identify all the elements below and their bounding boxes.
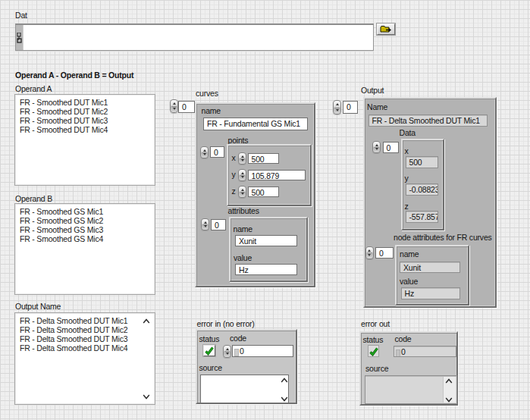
- points-z-field[interactable]: 500: [248, 186, 279, 197]
- node-name-indicator: Xunit: [400, 262, 460, 274]
- spinner-up-icon[interactable]: [203, 149, 206, 152]
- list-item[interactable]: FR - Delta Smoothed DUT Mic1: [20, 316, 155, 325]
- spinner-down-icon[interactable]: [336, 109, 339, 111]
- data-label: Data: [400, 129, 416, 137]
- scroll-up-icon[interactable]: [281, 378, 288, 383]
- browse-button[interactable]: [377, 24, 395, 35]
- node-attributes-label: node attributes for FR curves: [394, 234, 492, 242]
- attributes-label: attributes: [228, 207, 259, 215]
- list-item[interactable]: FR - Delta Smoothed DUT Mic2: [20, 325, 155, 334]
- data-x-label: x: [405, 147, 409, 155]
- points-y-field[interactable]: 105.879: [248, 170, 306, 180]
- error-in-source-field[interactable]: [200, 375, 289, 403]
- node-value-indicator: Hz: [401, 287, 461, 299]
- output-index-field[interactable]: 0: [343, 101, 358, 114]
- spinner-down-icon[interactable]: [173, 108, 176, 110]
- points-x-spinner[interactable]: [238, 152, 246, 165]
- points-z-spinner[interactable]: [238, 186, 246, 198]
- attributes-cluster: name Xunit value Hz: [229, 217, 308, 283]
- spinner-down-icon[interactable]: [368, 254, 371, 256]
- attr-name-field[interactable]: Xunit: [235, 235, 297, 246]
- spinner-down-icon[interactable]: [203, 153, 206, 155]
- operand-a-listbox[interactable]: FR - Smoothed DUT Mic1 FR - Smoothed DUT…: [14, 94, 155, 186]
- radix-mark: [396, 349, 400, 357]
- path-symbol-icon: [17, 33, 22, 43]
- operand-b-listbox[interactable]: FR - Smoothed GS Mic1 FR - Smoothed GS M…: [14, 203, 155, 295]
- scroll-up-icon[interactable]: [143, 318, 150, 324]
- spinner-up-icon[interactable]: [368, 249, 371, 252]
- spinner-down-icon[interactable]: [204, 225, 207, 227]
- data-z-label: z: [405, 202, 409, 211]
- spinner-up-icon[interactable]: [204, 221, 207, 224]
- output-name-field-label: Name: [367, 103, 387, 111]
- spinner-down-icon[interactable]: [241, 193, 244, 195]
- front-panel: Dat Operand A - Operand B = Output Opera…: [0, 0, 530, 420]
- spinner-up-icon[interactable]: [375, 144, 378, 146]
- spinner-up-icon[interactable]: [241, 172, 244, 174]
- output-name-indicator: FR - Delta Smoothed DUT Mic1: [368, 114, 488, 127]
- output-index-spinner[interactable]: [333, 100, 341, 114]
- spinner-up-icon[interactable]: [241, 189, 244, 191]
- error-in-status-checkbox[interactable]: [203, 345, 215, 356]
- attr-value-field[interactable]: Hz: [235, 264, 297, 275]
- data-y-indicator: -0.08823: [406, 183, 439, 196]
- points-z-label: z: [232, 187, 236, 196]
- output-name-label: Output Name: [15, 302, 61, 311]
- attributes-index-spinner[interactable]: [201, 218, 209, 230]
- data-y-label: y: [405, 174, 409, 183]
- curves-index-spinner[interactable]: [170, 99, 178, 113]
- error-out-status-label: status: [363, 336, 384, 344]
- list-item[interactable]: FR - Smoothed GS Mic1: [20, 207, 155, 216]
- radix-mark: [234, 349, 239, 356]
- scroll-down-icon[interactable]: [445, 397, 453, 403]
- node-index-spinner[interactable]: [365, 246, 374, 259]
- error-in-status-label: status: [199, 335, 220, 343]
- curves-index-field[interactable]: 0: [178, 101, 195, 113]
- output-cluster: Name FR - Delta Smoothed DUT Mic1 Data 0…: [363, 97, 497, 308]
- list-item[interactable]: FR - Smoothed GS Mic3: [20, 225, 155, 234]
- list-item[interactable]: FR - Smoothed DUT Mic2: [20, 107, 155, 116]
- curves-cluster: name FR - Fundamental GS Mic1 points 0 x…: [195, 102, 315, 287]
- error-in-code-field[interactable]: 0: [232, 345, 293, 357]
- list-item[interactable]: FR - Smoothed DUT Mic1: [20, 98, 155, 107]
- output-label: Output: [361, 86, 384, 95]
- points-x-field[interactable]: 500: [248, 153, 279, 164]
- spinner-up-icon[interactable]: [226, 348, 229, 350]
- points-index-spinner[interactable]: [200, 146, 209, 158]
- points-y-label: y: [232, 171, 236, 179]
- data-index-spinner[interactable]: [372, 141, 381, 153]
- attr-name-label: name: [234, 225, 252, 234]
- error-in-code-spinner[interactable]: [223, 345, 231, 358]
- spinner-down-icon[interactable]: [375, 148, 378, 150]
- scroll-up-icon[interactable]: [445, 378, 453, 384]
- error-in-label: error in (no error): [197, 320, 255, 328]
- list-item[interactable]: FR - Delta Smoothed DUT Mic4: [20, 343, 155, 353]
- spinner-up-icon[interactable]: [241, 155, 244, 158]
- spinner-down-icon[interactable]: [241, 159, 244, 161]
- list-item[interactable]: FR - Smoothed GS Mic4: [20, 234, 155, 243]
- points-cluster: x 500 y 105.879 z 500: [227, 144, 312, 206]
- curves-name-field[interactable]: FR - Fundamental GS Mic1: [203, 118, 308, 130]
- spinner-up-icon[interactable]: [336, 103, 339, 105]
- scroll-down-icon[interactable]: [143, 394, 150, 400]
- output-name-listbox[interactable]: FR - Delta Smoothed DUT Mic1 FR - Delta …: [14, 312, 155, 405]
- curves-label: curves: [196, 89, 218, 98]
- points-y-spinner[interactable]: [238, 169, 246, 181]
- list-item[interactable]: FR - Smoothed GS Mic2: [20, 216, 155, 225]
- path-input[interactable]: [15, 24, 374, 51]
- data-cluster: x 500 y -0.08823 z -557.857: [401, 139, 444, 230]
- node-index-field[interactable]: 0: [375, 247, 394, 259]
- list-item[interactable]: FR - Smoothed DUT Mic3: [20, 116, 155, 125]
- attributes-index-field[interactable]: 0: [211, 219, 226, 230]
- error-out-source-label: source: [365, 365, 388, 373]
- points-index-field[interactable]: 0: [210, 146, 224, 158]
- operand-a-label: Operand A: [15, 85, 52, 93]
- list-item[interactable]: FR - Delta Smoothed DUT Mic3: [20, 334, 155, 343]
- spinner-down-icon[interactable]: [241, 176, 244, 178]
- spinner-up-icon[interactable]: [173, 102, 176, 105]
- scroll-down-icon[interactable]: [281, 396, 288, 402]
- spinner-down-icon[interactable]: [226, 353, 229, 355]
- list-item[interactable]: FR - Smoothed DUT Mic4: [20, 125, 155, 134]
- data-index-field[interactable]: 0: [383, 142, 400, 153]
- error-in-source-label: source: [199, 364, 222, 372]
